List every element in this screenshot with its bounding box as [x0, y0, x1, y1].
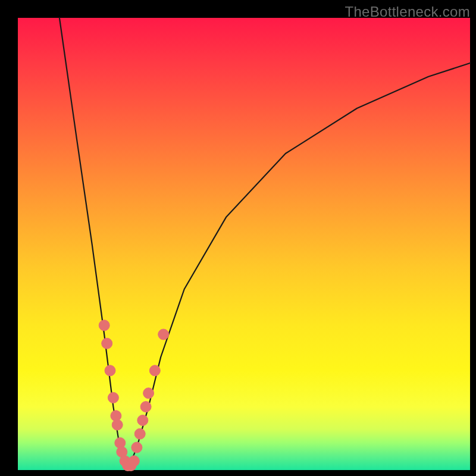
- highlight-dot: [108, 392, 118, 403]
- highlight-dot: [102, 338, 112, 349]
- highlight-dot: [158, 329, 169, 340]
- highlight-dot: [131, 442, 142, 453]
- watermark-text: TheBottleneck.com: [345, 4, 470, 20]
- highlight-dot: [143, 388, 154, 399]
- highlight-dot: [112, 419, 123, 430]
- curve-left-branch: [60, 18, 128, 470]
- highlight-dot: [99, 320, 109, 331]
- chart-svg: [18, 18, 470, 470]
- outer-frame: TheBottleneck.com: [0, 0, 476, 476]
- highlighted-points-group: [99, 320, 169, 471]
- highlight-dot: [129, 456, 139, 466]
- bottleneck-curve: [60, 18, 470, 470]
- highlight-dot: [105, 365, 115, 376]
- highlight-dot: [137, 415, 148, 425]
- curve-right-branch: [128, 63, 470, 470]
- highlight-dot: [134, 428, 145, 439]
- highlight-dot: [149, 365, 160, 376]
- highlight-dot: [140, 402, 151, 412]
